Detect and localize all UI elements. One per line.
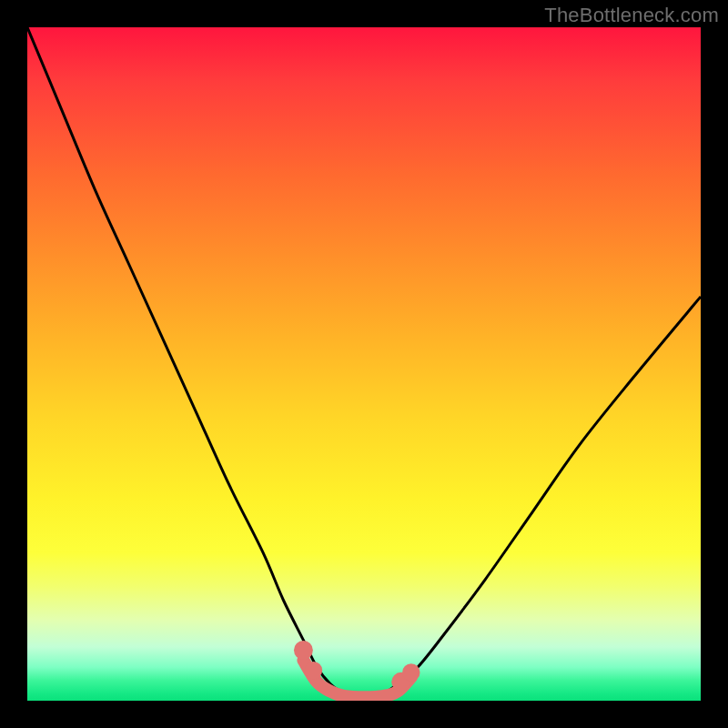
- highlight-marker: [305, 662, 322, 679]
- highlight-marker: [402, 663, 420, 681]
- chart-frame: TheBottleneck.com: [0, 0, 728, 728]
- plot-area: [27, 27, 701, 701]
- main-curve-path: [27, 27, 701, 697]
- highlight-marker: [294, 641, 313, 660]
- curve-svg: [27, 27, 701, 701]
- watermark-text: TheBottleneck.com: [544, 4, 719, 27]
